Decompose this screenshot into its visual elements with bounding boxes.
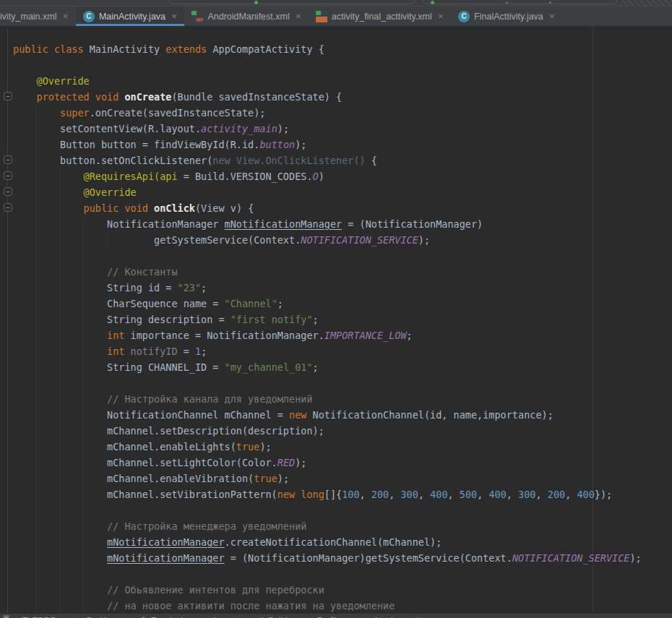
code-line[interactable]: public class MainActivity extends AppCom… [13, 41, 324, 57]
tab-label: MainActivity.java [99, 12, 165, 22]
fold-marker-icon[interactable]: − [4, 92, 12, 100]
code-token: ; [201, 282, 207, 293]
code-token: , [477, 489, 488, 500]
code-token: .createNotificationChannel(mChannel); [225, 536, 442, 548]
code-line[interactable]: // Настройка канала для уведомлений [13, 391, 313, 407]
fold-marker-icon[interactable]: − [4, 171, 12, 180]
code-token: CharSequence name = [13, 298, 225, 309]
code-token: 400 [430, 489, 447, 500]
code-line[interactable]: String description = "first notify"; [13, 312, 319, 327]
code-line[interactable]: String id = "23"; [13, 280, 207, 296]
tab-ivity_main.xml[interactable]: ivity_main.xml✕ [0, 7, 76, 26]
code-token: int [13, 330, 131, 341]
code-line[interactable]: int importance = NotificationManager.IMP… [13, 327, 413, 343]
code-line[interactable]: getSystemService(Context.NOTIFICATION_SE… [13, 232, 430, 248]
tab-FinalActtivity.java[interactable]: CFinalActtivity.java✕ [451, 7, 562, 26]
code-token: ); [629, 552, 641, 564]
code-token: "Channel" [225, 298, 277, 309]
code-token: true [236, 441, 260, 452]
code-line[interactable]: setContentView(R.layout.activity_main); [13, 121, 289, 137]
close-icon[interactable]: ✕ [171, 13, 177, 20]
code-token: Button button = findViewById(R.id. [13, 139, 259, 150]
close-icon[interactable]: ✕ [296, 13, 301, 20]
tab-label: ivity_main.xml [0, 12, 57, 22]
run-configuration-widget[interactable] [168, 0, 415, 4]
code-line[interactable]: mNotificationManager = (NotificationMana… [13, 550, 642, 566]
code-token: setContentView(R.layout. [13, 123, 201, 134]
code-line[interactable]: protected void onCreate(Bundle savedInst… [13, 89, 342, 105]
code-token: (Bundle savedInstanceState) { [171, 91, 342, 103]
code-line[interactable]: mChannel.enableLights(true); [13, 439, 272, 455]
code-line[interactable]: int notifyID = 1; [13, 343, 207, 359]
code-line[interactable]: mChannel.enableVibration(true); [13, 471, 289, 486]
code-line[interactable]: String CHANNEL_ID = "my_channel_01"; [13, 359, 319, 375]
tab-AndroidManifest.xml[interactable]: MFAndroidManifest.xml✕ [184, 7, 309, 26]
code-line[interactable]: @Override [13, 73, 90, 89]
code-token: button [259, 139, 295, 150]
code-line[interactable]: super.onCreate(savedInstanceState); [13, 105, 266, 121]
code-token: ); [295, 457, 306, 468]
code-token: "my_channel_01" [225, 361, 313, 373]
fold-marker-icon[interactable]: − [4, 155, 12, 164]
tab-MainActivity.java[interactable]: CMainActivity.java✕ [76, 7, 185, 26]
code-line[interactable]: NotificationChannel mChannel = new Notif… [13, 407, 553, 423]
code-token: , [360, 489, 371, 500]
code-line[interactable]: button.setOnClickListener(new View.OnCli… [13, 153, 377, 168]
code-token: NOTIFICATION_SERVICE [301, 234, 418, 246]
code-token: "23" [178, 282, 202, 293]
code-token: .onCreate(savedInstanceState); [90, 107, 266, 119]
code-token: mChannel.setVibrationPattern( [13, 489, 277, 500]
code-line[interactable]: CharSequence name = "Channel"; [13, 296, 283, 312]
fold-marker-icon[interactable]: − [4, 203, 12, 212]
code-token: super [13, 107, 90, 119]
code-line[interactable]: Button button = findViewById(R.id.button… [13, 137, 306, 153]
toolbar-texture [620, 0, 672, 6]
code-line[interactable]: mChannel.setDescription(description); [13, 423, 324, 439]
code-token: protected void [13, 91, 124, 103]
code-token: extends [165, 43, 212, 55]
code-editor[interactable]: public class MainActivity extends AppCom… [0, 26, 672, 613]
code-token: public void [13, 202, 154, 214]
code-line[interactable]: NotificationManager mNotificationManager… [13, 216, 483, 232]
code-token: 500 [460, 489, 477, 500]
code-token: getSystemService(Context. [13, 234, 301, 246]
code-token: []{ [324, 489, 342, 500]
code-token: 400 [488, 489, 506, 500]
code-token: ; [277, 298, 283, 309]
code-token: notifyID [131, 346, 178, 357]
tab-activity_final_acttivity.xml[interactable]: activity_final_acttivity.xml✕ [309, 7, 451, 26]
close-icon[interactable]: ✕ [438, 13, 444, 20]
code-token [13, 536, 107, 548]
code-line[interactable]: // Константы [13, 264, 178, 280]
code-token: String description = [13, 314, 231, 325]
code-line[interactable]: mNotificationManager.createNotificationC… [13, 534, 441, 550]
device-selector-widget[interactable] [423, 0, 618, 4]
code-token: (View v) { [195, 202, 254, 214]
code-token: onCreate [124, 91, 171, 103]
code-token: importance = NotificationManager. [131, 330, 324, 341]
close-icon[interactable]: ✕ [549, 13, 555, 20]
code-line[interactable]: @RequiresApi(api = Build.VERSION_CODES.O… [13, 168, 324, 184]
window-layout-icon[interactable]: ▦ [3, 614, 9, 618]
code-line[interactable]: public void onClick(View v) { [13, 200, 254, 216]
code-token: mChannel.setLightColor(Color. [13, 457, 277, 468]
code-line[interactable]: mChannel.setLightColor(Color.RED); [13, 455, 306, 471]
fold-marker-icon[interactable]: − [4, 187, 12, 196]
code-line[interactable]: mChannel.setVibrationPattern(new long[]{… [13, 486, 612, 502]
code-token: "first notify" [231, 314, 313, 325]
code-token: = [178, 346, 195, 357]
code-token: ); [418, 234, 430, 246]
code-token: mChannel.enableLights( [13, 441, 236, 452]
close-icon[interactable]: ✕ [63, 13, 69, 20]
code-line[interactable]: // на новое активити после нажатия на ув… [13, 598, 395, 613]
code-token: ); [295, 139, 306, 150]
code-line[interactable]: // Обьявление интентов для переброски [13, 582, 324, 598]
code-line[interactable]: // Настройка менеджера уведомлений [13, 518, 306, 534]
code-token: new [289, 409, 313, 421]
code-token: , [389, 489, 400, 500]
code-token: String id = [13, 282, 178, 293]
tab-label: AndroidManifest.xml [207, 12, 289, 22]
code-token: O [313, 171, 319, 182]
code-line[interactable]: @Override [13, 184, 137, 200]
device-status-dot [431, 1, 434, 4]
